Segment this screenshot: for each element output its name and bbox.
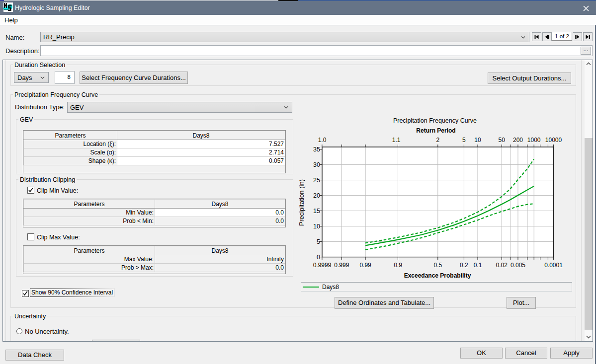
svg-text:0.99: 0.99 [359, 262, 371, 269]
svg-text:200: 200 [513, 137, 523, 144]
svg-text:0.9: 0.9 [394, 262, 402, 269]
svg-text:5: 5 [317, 238, 320, 245]
svg-text:0.2: 0.2 [460, 262, 468, 269]
svg-text:30: 30 [313, 161, 320, 168]
svg-text:5: 5 [462, 137, 466, 144]
svg-text:0.999: 0.999 [334, 262, 349, 269]
svg-text:0.5: 0.5 [433, 262, 442, 269]
svg-text:20: 20 [313, 192, 320, 199]
svg-text:10000: 10000 [545, 137, 562, 144]
svg-text:15: 15 [313, 208, 320, 215]
svg-text:10: 10 [474, 137, 481, 144]
svg-text:Exceedance Probability: Exceedance Probability [404, 272, 471, 279]
svg-text:0: 0 [317, 254, 320, 261]
svg-text:0.0001: 0.0001 [544, 262, 563, 269]
svg-text:0.9999: 0.9999 [313, 262, 332, 269]
svg-text:0.1: 0.1 [474, 262, 482, 269]
svg-text:1.0: 1.0 [318, 137, 327, 144]
svg-text:25: 25 [313, 177, 320, 184]
svg-text:35: 35 [313, 146, 320, 153]
svg-text:Precipitation (in): Precipitation (in) [298, 179, 305, 226]
svg-text:50: 50 [499, 137, 506, 144]
svg-text:1000: 1000 [527, 137, 541, 144]
svg-text:0.02: 0.02 [496, 262, 508, 269]
svg-text:Return Period: Return Period [416, 127, 455, 134]
svg-text:2: 2 [436, 137, 439, 144]
svg-text:0.005: 0.005 [511, 262, 525, 269]
svg-text:1.1: 1.1 [392, 137, 401, 144]
svg-text:Precipitation Frequency Curve: Precipitation Frequency Curve [393, 117, 477, 124]
svg-text:10: 10 [313, 223, 320, 230]
